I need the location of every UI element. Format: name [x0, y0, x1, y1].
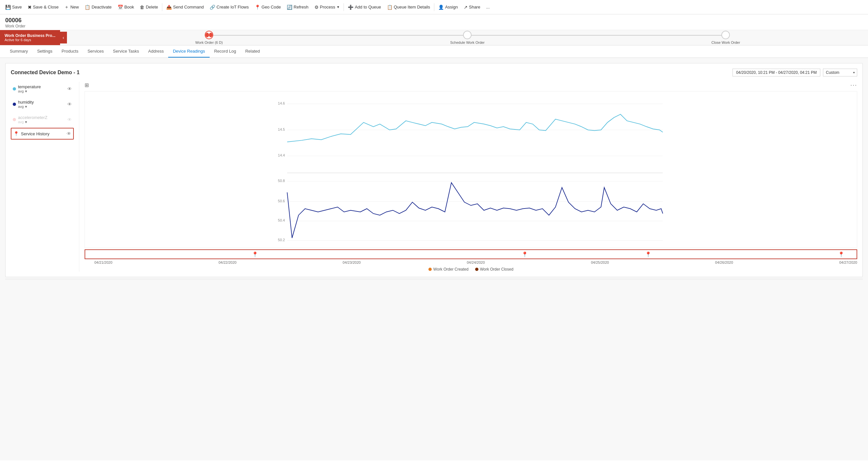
x-label-2: 04/23/2020	[343, 261, 361, 264]
svg-text:14.6: 14.6	[278, 101, 285, 105]
timeline-pin-3: 📍	[645, 251, 651, 258]
range-select[interactable]: Custom Last 7 Days Last 30 Days	[823, 69, 857, 77]
add-to-queue-button[interactable]: ➕ Add to Queue	[345, 3, 383, 11]
accelerometerz-visibility-toggle[interactable]: 👁	[67, 117, 72, 122]
tab-device-readings[interactable]: Device Readings	[168, 46, 209, 58]
create-iot-flows-button[interactable]: 🔗 Create IoT Flows	[207, 3, 251, 11]
layers-icon[interactable]: ⊞	[85, 82, 89, 88]
save-close-icon: ✖	[28, 5, 32, 10]
record-type: Work Order	[5, 24, 863, 28]
chart-more-button[interactable]: ···	[850, 82, 857, 89]
device-readings-chart: 14.6 14.5 14.4 50.8 50.6	[85, 91, 857, 248]
legend-work-order-created: Work Order Created	[429, 267, 469, 271]
service-history-label: Service History	[21, 131, 49, 136]
send-command-icon: 📤	[166, 5, 172, 10]
temperature-dot	[13, 87, 16, 90]
deactivate-button[interactable]: 📋 Deactivate	[82, 3, 114, 11]
share-button[interactable]: ↗ Share	[461, 3, 483, 11]
iot-flows-icon: 🔗	[210, 5, 215, 10]
step-schedule: Schedule Work Order	[338, 31, 597, 45]
step-work-order: Work Order (6 D)	[80, 31, 338, 45]
geo-code-icon: 📍	[255, 5, 260, 10]
step-line	[209, 35, 338, 36]
status-active-label: Work Order Business Pro... Active for 6 …	[0, 30, 60, 45]
legend-panel: temperature avg ▼ 👁 humidity avg ▼	[11, 82, 80, 271]
legend-work-order-closed: Work Order Closed	[475, 267, 514, 271]
svg-text:50.4: 50.4	[278, 218, 285, 222]
record-id: 00006	[5, 17, 863, 24]
step-line-l	[338, 35, 468, 36]
accelerometerz-agg: avg ▼	[18, 120, 48, 124]
chart-area: ⊞ ··· 14.6 14.5 14.4	[80, 82, 857, 271]
tab-settings[interactable]: Settings	[33, 46, 57, 58]
tab-products[interactable]: Products	[57, 46, 83, 58]
step-circle-active	[205, 31, 213, 39]
book-button[interactable]: 📅 Book	[115, 3, 137, 11]
svg-text:50.2: 50.2	[278, 238, 285, 242]
temperature-visibility-toggle[interactable]: 👁	[67, 86, 72, 91]
delete-icon: 🗑	[140, 5, 144, 10]
status-chevron-button[interactable]: ‹	[60, 32, 67, 43]
step-line-r	[467, 35, 597, 36]
chart-legend-bottom: Work Order Created Work Order Closed	[85, 267, 857, 271]
humidity-visibility-toggle[interactable]: 👁	[67, 101, 72, 107]
timeline-pins: 📍 📍 📍 📍	[85, 250, 857, 259]
new-button[interactable]: ＋ New	[62, 3, 81, 11]
toolbar-separator	[162, 3, 162, 11]
step-circle-inactive-2	[721, 31, 730, 39]
deactivate-icon: 📋	[85, 5, 90, 10]
queue-details-icon: 📋	[387, 5, 393, 10]
work-order-created-label: Work Order Created	[433, 267, 469, 271]
accelerometerz-dot	[13, 118, 16, 121]
progress-steps: Work Order (6 D) Schedule Work Order Clo…	[67, 31, 868, 45]
svg-text:50.8: 50.8	[278, 179, 285, 183]
legend-item-service-history: 📍 Service History 👁	[11, 128, 74, 140]
tab-address[interactable]: Address	[144, 46, 168, 58]
new-icon: ＋	[64, 4, 69, 10]
nav-tabs: Summary Settings Products Services Servi…	[0, 46, 868, 58]
save-close-button[interactable]: ✖ Save & Close	[25, 3, 61, 11]
step-line-left	[597, 35, 726, 36]
tab-related[interactable]: Related	[241, 46, 265, 58]
step-label-3: Close Work Order	[712, 40, 740, 45]
x-label-0: 04/21/2020	[94, 261, 112, 264]
add-queue-icon: ➕	[348, 5, 353, 10]
service-history-pin-icon: 📍	[13, 131, 19, 136]
step-circle-inactive	[463, 31, 471, 39]
assign-button[interactable]: 👤 Assign	[436, 3, 461, 11]
service-history-visibility-toggle[interactable]: 👁	[67, 131, 71, 136]
tab-summary[interactable]: Summary	[5, 46, 33, 58]
tab-services[interactable]: Services	[83, 46, 108, 58]
device-title: Connected Device Demo - 1	[11, 69, 80, 76]
tab-service-tasks[interactable]: Service Tasks	[108, 46, 144, 58]
main-content: Connected Device Demo - 1 04/20/2020, 10…	[0, 58, 868, 461]
status-bar: Work Order Business Pro... Active for 6 …	[0, 30, 868, 46]
send-command-button[interactable]: 📤 Send Command	[164, 3, 207, 11]
temperature-agg: avg ▼	[18, 89, 41, 93]
timeline-pin-1: 📍	[252, 251, 258, 258]
delete-button[interactable]: 🗑 Delete	[137, 3, 161, 11]
more-button[interactable]: ...	[484, 3, 492, 11]
timeline-area: 📍 📍 📍 📍	[85, 250, 857, 259]
process-button[interactable]: ⚙ Process ▼	[312, 3, 343, 11]
x-label-5: 04/26/2020	[715, 261, 733, 264]
humidity-label: humidity	[18, 100, 34, 105]
legend-item-accelerometerz: accelerometerZ avg ▼ 👁	[11, 112, 74, 126]
tab-record-log[interactable]: Record Log	[210, 46, 241, 58]
device-panel: Connected Device Demo - 1 04/20/2020, 10…	[5, 63, 863, 277]
save-button[interactable]: 💾 Save	[3, 3, 25, 11]
charts-wrapper: 14.6 14.5 14.4 50.8 50.6	[85, 91, 857, 271]
geo-code-button[interactable]: 📍 Geo Code	[252, 3, 283, 11]
legend-item-humidity: humidity avg ▼ 👁	[11, 97, 74, 111]
accelerometerz-label: accelerometerZ	[18, 115, 48, 120]
refresh-icon: 🔄	[287, 5, 292, 10]
temperature-label: temperature	[18, 84, 41, 89]
refresh-button[interactable]: 🔄 Refresh	[284, 3, 311, 11]
queue-item-details-button[interactable]: 📋 Queue Item Details	[384, 3, 433, 11]
record-header: 00006 Work Order	[0, 14, 868, 30]
toolbar-separator-2	[344, 3, 344, 11]
work-order-closed-label: Work Order Closed	[480, 267, 514, 271]
share-icon: ↗	[464, 5, 468, 10]
humidity-dot	[13, 103, 16, 106]
x-label-6: 04/27/2020	[839, 261, 857, 264]
